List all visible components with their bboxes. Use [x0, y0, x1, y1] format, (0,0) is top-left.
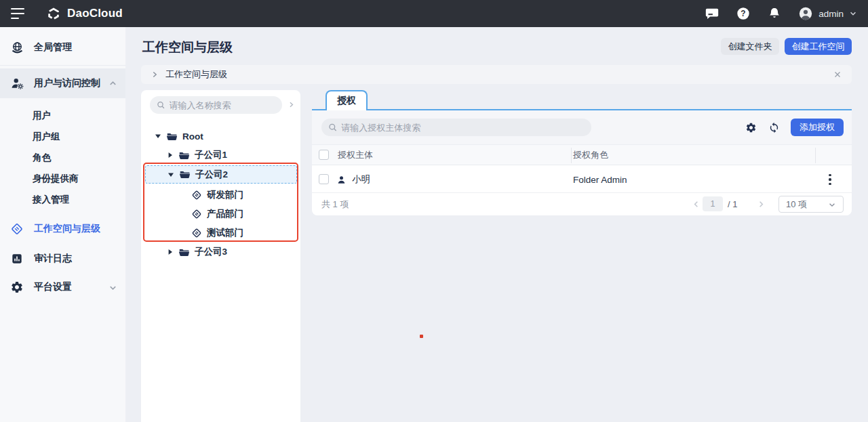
row-checkbox[interactable]	[319, 174, 329, 184]
chevron-down-icon	[828, 201, 836, 209]
table-footer: 共 1 项 / 1 10 项	[312, 193, 852, 215]
authorization-search-input[interactable]	[341, 123, 585, 133]
app-screen: DaoCloud ? admin	[0, 0, 868, 422]
sidebar-item-label: 平台设置	[34, 281, 72, 293]
topbar: DaoCloud ? admin	[0, 0, 868, 27]
tree-search-input[interactable]	[170, 100, 275, 110]
column-divider	[815, 148, 816, 163]
tree-node-dept-test[interactable]: 测试部门	[141, 224, 300, 242]
help-icon[interactable]: ?	[736, 6, 751, 21]
page-title: 工作空间与层级	[142, 39, 233, 56]
add-authorization-button[interactable]: 添加授权	[791, 119, 844, 136]
hierarchy-tree-panel: Root 子公司1 子公司2 研发部门 产品部门 测试部门 子公司3	[141, 90, 300, 422]
sidebar-subitem-label: 角色	[33, 152, 51, 164]
column-divider	[571, 148, 572, 163]
folder-icon	[178, 247, 190, 258]
tree-node-subcompany1[interactable]: 子公司1	[141, 146, 300, 165]
tab-authorization[interactable]: 授权	[326, 90, 368, 110]
settings-gear-icon[interactable]	[745, 121, 757, 133]
svg-text:?: ?	[741, 9, 746, 18]
sidebar-item-audit-log[interactable]: 审计日志	[0, 248, 125, 270]
tab-underline	[312, 109, 852, 110]
pagination-prev-icon[interactable]	[692, 200, 701, 209]
page-total-label: / 1	[728, 199, 737, 209]
tree-node-label: 子公司1	[195, 149, 227, 161]
tree-search[interactable]	[150, 96, 282, 114]
topbar-actions: ? admin	[705, 6, 857, 21]
search-icon	[328, 123, 337, 132]
page-number-input[interactable]	[703, 196, 723, 211]
audit-log-icon	[9, 251, 24, 266]
sidebar-item-label: 工作空间与层级	[34, 223, 100, 235]
workspace-diamond-icon	[9, 221, 24, 236]
sidebar-item-access-management[interactable]: 接入管理	[0, 189, 125, 210]
tree-node-label: 研发部门	[207, 189, 243, 201]
sidebar-submenu: 用户 用户组 角色 身份提供商 接入管理	[0, 105, 125, 210]
chat-icon[interactable]	[705, 6, 719, 21]
toolbar-actions: 添加授权	[745, 119, 844, 136]
folder-icon	[179, 169, 191, 180]
globe-icon	[9, 40, 24, 55]
brand-name: DaoCloud	[67, 7, 123, 20]
create-folder-button[interactable]: 创建文件夹	[721, 38, 779, 55]
folder-icon	[166, 131, 178, 142]
create-workspace-button[interactable]: 创建工作空间	[785, 38, 852, 55]
tree-node-root[interactable]: Root	[141, 127, 300, 146]
daocloud-logo-icon	[46, 6, 61, 21]
column-header-role: 授权角色	[573, 149, 608, 161]
sidebar-subitem-label: 用户组	[33, 131, 60, 143]
authorization-search[interactable]	[321, 119, 591, 136]
caret-right-icon[interactable]	[167, 152, 174, 159]
annotation-dot	[420, 335, 423, 338]
menu-toggle-icon[interactable]	[11, 8, 26, 19]
sidebar-item-identity-providers[interactable]: 身份提供商	[0, 168, 125, 189]
tree-node-subcompany2-selected[interactable]: 子公司2	[145, 165, 297, 184]
row-subject: 小明	[336, 173, 370, 186]
caret-right-icon[interactable]	[167, 249, 174, 255]
chevron-up-icon	[108, 79, 117, 88]
sidebar-item-global-management[interactable]: 全局管理	[0, 33, 125, 62]
sidebar-item-label: 用户与访问控制	[34, 77, 100, 89]
tree-node-label: 测试部门	[207, 227, 243, 239]
sidebar: 全局管理 用户与访问控制 用户 用户组 角色 身份提供商 接入管理 工作空间与层…	[0, 27, 125, 422]
workspace-diamond-icon	[191, 190, 202, 201]
tree-node-label: Root	[182, 131, 203, 142]
user-menu[interactable]: admin	[798, 6, 857, 21]
close-icon[interactable]	[833, 70, 842, 79]
table-header: 授权主体 授权角色	[312, 144, 852, 165]
sidebar-item-workspace-hierarchy[interactable]: 工作空间与层级	[0, 218, 125, 240]
tree-node-subcompany3[interactable]: 子公司3	[141, 242, 300, 261]
breadcrumb-label[interactable]: 工作空间与层级	[165, 68, 227, 81]
brand[interactable]: DaoCloud	[46, 6, 123, 21]
breadcrumb-chevron-icon	[151, 70, 159, 79]
tree-node-label: 子公司3	[195, 246, 227, 258]
caret-down-icon[interactable]	[167, 171, 174, 178]
breadcrumb: 工作空间与层级	[141, 65, 852, 84]
page-size-select[interactable]: 10 项	[778, 196, 844, 213]
sidebar-item-users[interactable]: 用户	[0, 105, 125, 126]
pagination-next-icon[interactable]	[757, 200, 766, 209]
folder-icon	[178, 150, 190, 161]
user-icon	[336, 175, 347, 185]
sidebar-divider	[0, 65, 125, 66]
sidebar-subitem-label: 身份提供商	[33, 173, 79, 185]
sidebar-item-user-groups[interactable]: 用户组	[0, 126, 125, 147]
sidebar-subitem-label: 接入管理	[33, 194, 69, 206]
panel-collapse-chevron-icon[interactable]	[288, 101, 295, 108]
refresh-icon[interactable]	[768, 121, 780, 133]
tree-node-label: 子公司2	[195, 169, 228, 181]
sidebar-item-user-access-control[interactable]: 用户与访问控制	[0, 68, 125, 98]
caret-down-icon[interactable]	[155, 133, 161, 140]
authorization-panel: 添加授权 授权主体 授权角色 小明 Folder Admin 共 1 项	[312, 110, 852, 215]
tree-node-dept-rd[interactable]: 研发部门	[141, 186, 300, 205]
notifications-bell-icon[interactable]	[767, 6, 782, 21]
row-actions-menu-icon[interactable]	[825, 173, 835, 186]
chevron-down-icon	[108, 283, 117, 292]
tree-node-dept-product[interactable]: 产品部门	[141, 205, 300, 224]
workspace-diamond-icon	[191, 209, 202, 219]
table-row[interactable]: 小明 Folder Admin	[312, 165, 852, 193]
authorization-toolbar: 添加授权	[312, 110, 852, 144]
sidebar-item-roles[interactable]: 角色	[0, 147, 125, 168]
select-all-checkbox[interactable]	[319, 150, 329, 160]
sidebar-item-platform-settings[interactable]: 平台设置	[0, 276, 125, 298]
